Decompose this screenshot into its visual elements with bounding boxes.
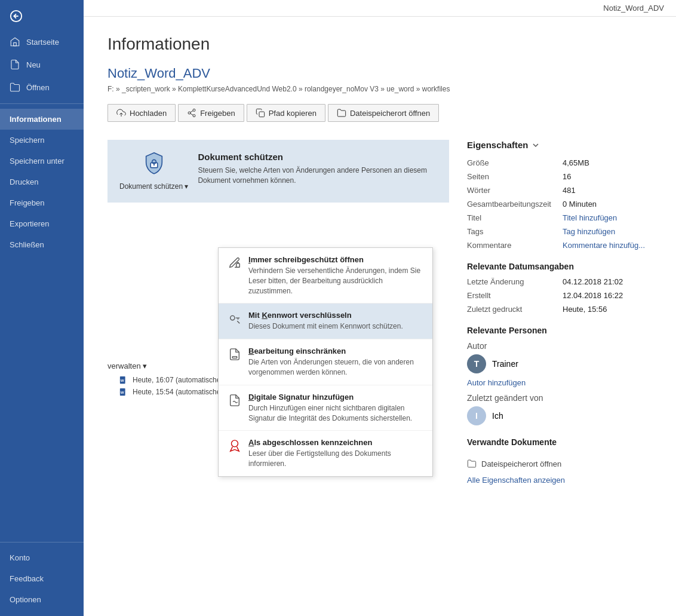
sidebar-item-schliessen[interactable]: Schließen — [0, 234, 84, 255]
menu-item-kennwort[interactable]: Mit Kennwort verschlüsseln Dieses Dokume… — [219, 304, 432, 339]
prop-value: 12.04.2018 16:22 — [563, 291, 623, 300]
sidebar-divider-bottom — [0, 542, 84, 543]
menu-item-abgeschlossen[interactable]: Als abgeschlossen kennzeichnen Leser übe… — [219, 431, 432, 476]
sidebar-item-label: Drucken — [10, 177, 38, 186]
freigeben-button[interactable]: Freigeben — [178, 104, 244, 122]
sidebar-item-optionen[interactable]: Optionen — [0, 589, 84, 610]
prop-value: 16 — [563, 172, 571, 181]
sidebar-item-exportieren[interactable]: Exportieren — [0, 213, 84, 234]
signature-icon — [228, 393, 241, 409]
properties-header: Eigenschaften — [467, 140, 652, 150]
prop-value: Heute, 15:56 — [563, 305, 607, 314]
sidebar-item-startseite[interactable]: Startseite — [0, 30, 84, 53]
hochladen-button[interactable]: Hochladen — [107, 104, 176, 122]
prop-row-kommentare: Kommentare Kommentare hinzufüg... — [467, 241, 652, 250]
menu-item-title: Digitale Signatur hinzufügen — [248, 393, 423, 402]
sidebar-item-label: Neu — [26, 60, 41, 69]
sidebar-item-oeffnen[interactable]: Öffnen — [0, 76, 84, 99]
dateispeicherort-button[interactable]: Dateispeicherort öffnen — [328, 104, 439, 122]
sidebar-item-neu[interactable]: Neu — [0, 53, 84, 76]
sidebar-item-informationen[interactable]: Informationen — [0, 109, 84, 130]
back-button[interactable] — [0, 0, 84, 30]
related-doc-label: Dateispeicherort öffnen — [481, 459, 561, 468]
prop-row-letzte-aenderung: Letzte Änderung 04.12.2018 21:02 — [467, 277, 652, 286]
autor-add-link[interactable]: Autor hinzufügen — [467, 378, 652, 387]
protect-button[interactable]: Dokument schützen ▾ — [119, 182, 188, 191]
sidebar-item-label: Öffnen — [26, 83, 50, 92]
folder-open-icon — [10, 82, 20, 93]
menu-item-bearbeitung[interactable]: Bearbeitung einschränken Die Arten von Ä… — [219, 339, 432, 385]
protect-description: Steuern Sie, welche Arten von Änderungen… — [198, 166, 437, 186]
sidebar: Startseite Neu Öffnen Informationen Spei… — [0, 0, 84, 616]
prop-row-bearbeitungszeit: Gesamtbearbeitungszeit 0 Minuten — [467, 200, 652, 209]
menu-item-desc: Verhindern Sie versehentliche Änderungen… — [248, 266, 423, 296]
protect-title: Dokument schützen — [198, 152, 437, 162]
manage-label: verwalten ▾ — [107, 361, 147, 370]
two-col-layout: Dokument schützen ▾ Dokument schützen St… — [107, 140, 652, 485]
related-section-header: Verwandte Dokumente — [467, 437, 652, 447]
prop-label: Tags — [467, 227, 563, 236]
left-column: Dokument schützen ▾ Dokument schützen St… — [107, 140, 449, 485]
prop-row-seiten: Seiten 16 — [467, 172, 652, 181]
prop-label: Kommentare — [467, 241, 563, 250]
prop-label: Titel — [467, 213, 563, 222]
related-docs: Dateispeicherort öffnen Alle Eigenschaft… — [467, 459, 652, 485]
svg-line-8 — [190, 111, 193, 112]
menu-item-title: Als abgeschlossen kennzeichnen — [248, 438, 423, 447]
all-props-link[interactable]: Alle Eigenschaften anzeigen — [467, 476, 565, 485]
sidebar-divider — [0, 103, 84, 104]
freigeben-label: Freigeben — [200, 109, 235, 118]
autor-label: Autor — [467, 341, 563, 351]
svg-rect-13 — [236, 263, 240, 267]
menu-item-title: Bearbeitung einschränken — [248, 347, 423, 355]
prop-label: Seiten — [467, 172, 563, 181]
menu-item-content: Digitale Signatur hinzufügen Durch Hinzu… — [248, 393, 423, 424]
sidebar-item-label: Speichern unter — [10, 157, 64, 166]
protect-dropdown-menu: Immer schreibgeschützt öffnen Verhindern… — [218, 247, 433, 477]
hochladen-label: Hochladen — [130, 109, 167, 118]
sidebar-item-speichern-unter[interactable]: Speichern unter — [0, 151, 84, 171]
prop-label: Gesamtbearbeitungszeit — [467, 200, 563, 209]
prop-row-zuletzt-gedruckt: Zuletzt gedruckt Heute, 15:56 — [467, 305, 652, 314]
menu-item-signatur[interactable]: Digitale Signatur hinzufügen Durch Hinzu… — [219, 385, 432, 431]
edit-restrict-icon — [228, 347, 241, 363]
sidebar-item-label: Schließen — [10, 240, 44, 249]
protect-icon: Dokument schützen ▾ — [119, 152, 188, 191]
svg-rect-16 — [232, 357, 236, 358]
word-doc-icon: W — [119, 376, 128, 384]
content-area: Informationen Notiz_Word_ADV F: » _scrip… — [84, 17, 676, 616]
menu-item-content: Mit Kennwort verschlüsseln Dieses Dokume… — [248, 311, 403, 332]
prop-value-link[interactable]: Titel hinzufügen — [563, 213, 617, 222]
prop-row-woerter: Wörter 481 — [467, 186, 652, 195]
prop-value: 04.12.2018 21:02 — [563, 277, 623, 286]
pfad-kopieren-button[interactable]: Pfad kopieren — [247, 104, 325, 122]
prop-value-link[interactable]: Tag hinzufügen — [563, 227, 615, 236]
window-title: Notiz_Word_ADV — [603, 4, 664, 13]
folder-icon — [337, 108, 346, 118]
prop-label: Zuletzt gedruckt — [467, 305, 563, 314]
sidebar-item-feedback[interactable]: Feedback — [0, 568, 84, 589]
sidebar-item-label: Startseite — [26, 38, 59, 47]
autor-name: Trainer — [492, 359, 518, 369]
sidebar-item-freigeben[interactable]: Freigeben — [0, 192, 84, 213]
right-column: Eigenschaften Größe 4,65MB Seiten 16 Wör… — [467, 140, 652, 485]
menu-item-schreibgeschuetzt[interactable]: Immer schreibgeschützt öffnen Verhindern… — [219, 248, 432, 304]
dates-section-header: Relevante Datumsangaben — [467, 262, 652, 271]
prop-row-titel: Titel Titel hinzufügen — [467, 213, 652, 222]
sidebar-item-label: Exportieren — [10, 219, 49, 228]
sidebar-item-speichern[interactable]: Speichern — [0, 130, 84, 151]
sidebar-item-drucken[interactable]: Drucken — [0, 171, 84, 192]
sidebar-item-label: Optionen — [10, 595, 41, 604]
prop-label: Letzte Änderung — [467, 277, 563, 286]
main-content: Notiz_Word_ADV Informationen Notiz_Word_… — [84, 0, 676, 616]
prop-value-link[interactable]: Kommentare hinzufüg... — [563, 241, 645, 250]
ribbon-icon — [228, 438, 241, 454]
sidebar-item-label: Feedback — [10, 574, 44, 583]
dateispeicherort-label: Dateispeicherort öffnen — [350, 109, 430, 118]
page-title: Informationen — [107, 35, 652, 54]
pencil-lock-icon — [228, 255, 241, 271]
protect-text: Dokument schützen Steuern Sie, welche Ar… — [198, 152, 437, 186]
menu-item-content: Immer schreibgeschützt öffnen Verhindern… — [248, 255, 423, 296]
prop-value: 481 — [563, 186, 576, 195]
sidebar-item-konto[interactable]: Konto — [0, 547, 84, 568]
